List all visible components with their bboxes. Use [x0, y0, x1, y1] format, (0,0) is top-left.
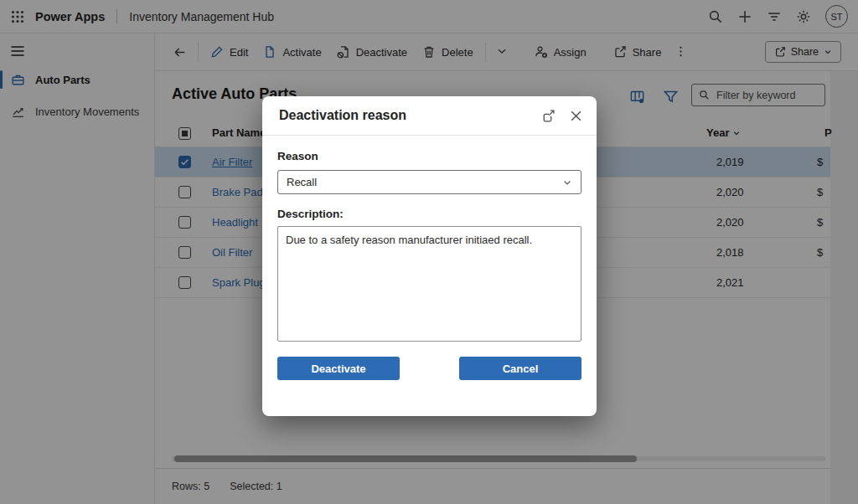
description-textarea[interactable]: Due to a safety reason manufacturer init…	[277, 226, 581, 342]
dialog-body: Reason Recall Description: Due to a safe…	[262, 136, 597, 380]
chevron-down-icon	[562, 177, 572, 188]
dialog-cancel-button[interactable]: Cancel	[459, 357, 581, 380]
close-icon[interactable]	[569, 109, 583, 123]
reason-label: Reason	[277, 150, 581, 162]
reason-selected-value: Recall	[287, 176, 317, 188]
deactivation-dialog: Deactivation reason Reason Recall D	[262, 96, 597, 416]
description-label: Description:	[277, 208, 581, 220]
dialog-deactivate-button[interactable]: Deactivate	[277, 357, 400, 380]
dialog-title: Deactivation reason	[279, 108, 406, 123]
app-window: Power Apps Inventory Management Hub	[0, 0, 858, 504]
dialog-header: Deactivation reason	[262, 96, 597, 136]
reason-select[interactable]: Recall	[277, 170, 581, 194]
dialog-buttons: Deactivate Cancel	[277, 357, 581, 380]
popout-icon[interactable]	[541, 109, 556, 123]
